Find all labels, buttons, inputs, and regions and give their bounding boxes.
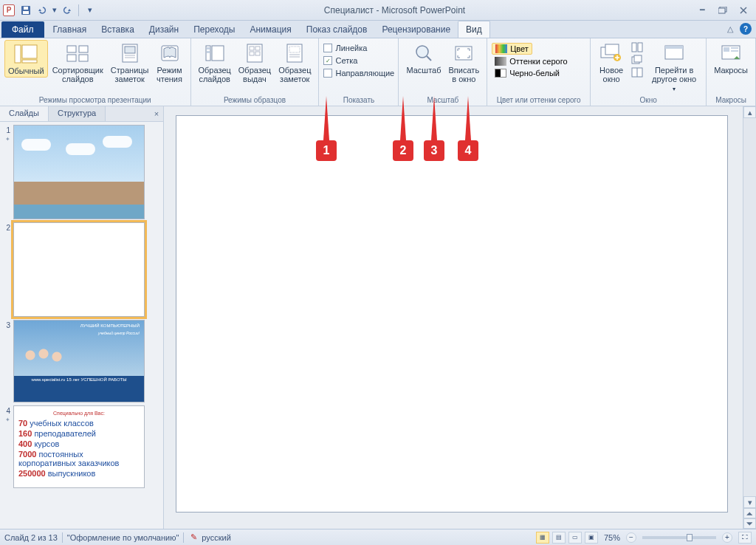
scroll-up-button[interactable]: ▴ (743, 106, 756, 118)
tab-view[interactable]: Вид (458, 21, 490, 38)
normal-view-button[interactable]: Обычный (4, 40, 48, 78)
callout-4: 4 (458, 140, 478, 161)
work-area: Слайды Структура × 1✦ Центр Компьютерног… (0, 106, 756, 529)
scroll-down-button[interactable]: ▾ (743, 496, 756, 508)
group-macros: Макросы Макросы (707, 38, 756, 106)
cascade-button[interactable] (630, 54, 644, 66)
new-window-button[interactable]: Новое окно (595, 40, 628, 85)
tab-design[interactable]: Дизайн (142, 21, 186, 38)
panel-close-icon[interactable]: × (150, 109, 163, 118)
group-show: Линейка ✓ Сетка Направляющие Показать (319, 38, 399, 106)
blackwhite-button[interactable]: Черно-белый (492, 68, 563, 78)
group-label-window: Окно (595, 95, 701, 106)
reading-view-button[interactable]: Режим чтения (154, 40, 186, 85)
undo-icon[interactable] (35, 4, 49, 17)
ruler-checkbox[interactable]: Линейка (323, 43, 367, 53)
handout-master-label: Образец выдач (238, 66, 271, 83)
ribbon-collapse-icon[interactable]: △ (725, 24, 735, 34)
qat-dropdown-icon[interactable]: ▾ (52, 4, 58, 17)
svg-rect-34 (605, 44, 619, 55)
quick-access-toolbar: ▾ ▾ (19, 4, 97, 17)
tab-slideshow[interactable]: Показ слайдов (299, 21, 375, 38)
grid-label: Сетка (335, 56, 357, 65)
tab-review[interactable]: Рецензирование (374, 21, 458, 38)
grayscale-button[interactable]: Оттенки серого (492, 56, 570, 66)
tab-insert[interactable]: Вставка (94, 21, 142, 38)
status-reading-view[interactable]: ▭ (568, 532, 582, 544)
zoom-label: Масштаб (406, 66, 441, 75)
grid-checkbox-box: ✓ (323, 56, 332, 65)
svg-rect-9 (79, 46, 88, 52)
status-slideshow-view[interactable]: ▣ (585, 532, 598, 544)
tab-outline[interactable]: Структура (49, 106, 106, 121)
callout-3: 3 (424, 140, 444, 161)
file-tab[interactable]: Файл (1, 21, 44, 38)
slide-thumb-3[interactable]: 3 ЛУЧШИЙ КОМПЬЮТЕРНЫЙучебный центр Росси… (1, 320, 162, 402)
guides-checkbox[interactable]: Направляющие (323, 68, 394, 78)
tab-transitions[interactable]: Переходы (186, 21, 242, 38)
group-window: Новое окно Перейти в другое окно ▾ Окно (591, 38, 707, 106)
slide-thumb-4[interactable]: 4✦ Специально для Вас: 70 учебных классо… (1, 405, 162, 488)
grid-checkbox[interactable]: ✓ Сетка (323, 55, 357, 66)
close-button[interactable] (734, 4, 753, 17)
slides-panel: Слайды Структура × 1✦ Центр Компьютерног… (0, 106, 164, 529)
tab-home[interactable]: Главная (46, 21, 94, 38)
fit-to-window-status[interactable]: ⛶ (738, 532, 752, 544)
svg-rect-43 (665, 46, 683, 49)
macros-button[interactable]: Макросы (711, 40, 751, 76)
status-sorter-view[interactable]: ▤ (552, 532, 566, 544)
notes-page-button[interactable]: Страницы заметок (108, 40, 152, 85)
prev-slide-button[interactable]: ⏶ (743, 508, 756, 518)
vertical-scrollbar[interactable]: ▴ ▾ ⏶ ⏷ (743, 106, 756, 529)
fit-window-icon (452, 41, 475, 65)
status-normal-view[interactable]: ▦ (536, 532, 549, 544)
slide-canvas[interactable] (176, 115, 728, 513)
slide-sorter-button[interactable]: Сортировщик слайдов (49, 40, 106, 85)
language-label[interactable]: русский (202, 533, 230, 542)
group-presentation-views: Обычный Сортировщик слайдов Страницы зам… (0, 38, 191, 106)
fit-window-button[interactable]: Вписать в окно (446, 40, 483, 85)
zoom-in-button[interactable]: + (722, 532, 732, 543)
notes-page-icon (118, 41, 142, 65)
slide-sorter-label: Сортировщик слайдов (52, 66, 103, 83)
redo-icon[interactable] (61, 4, 74, 17)
move-split-button[interactable] (630, 66, 644, 78)
switch-window-button[interactable]: Перейти в другое окно ▾ (647, 40, 701, 95)
arrange-all-button[interactable] (630, 41, 644, 53)
save-icon[interactable] (19, 4, 32, 17)
help-icon[interactable]: ? (740, 23, 752, 35)
grayscale-swatch-icon (495, 57, 506, 66)
svg-rect-37 (638, 43, 642, 52)
switch-window-label: Перейти в другое окно ▾ (650, 66, 698, 94)
handout-master-button[interactable]: Образец выдач (236, 40, 274, 85)
svg-rect-1 (23, 11, 29, 14)
thumbnails-list[interactable]: 1✦ Центр Компьютерного Обучения«Специали… (0, 122, 163, 529)
slide-thumb-1[interactable]: 1✦ Центр Компьютерного Обучения«Специали… (1, 125, 162, 219)
slide-master-button[interactable]: Образец слайдов (196, 40, 234, 85)
ribbon-tabs: Файл Главная Вставка Дизайн Переходы Ани… (0, 21, 756, 38)
group-label-masters: Режимы образцов (196, 95, 315, 106)
svg-rect-13 (125, 47, 135, 53)
window-controls: ━ (693, 4, 753, 17)
slide-thumb-2[interactable]: 2 (1, 222, 162, 317)
ruler-label: Линейка (335, 44, 367, 52)
zoom-percent[interactable]: 75% (604, 533, 620, 542)
group-label-color: Цвет или оттенки серого (492, 95, 585, 106)
spellcheck-icon[interactable]: ✎ (188, 532, 199, 543)
next-slide-button[interactable]: ⏷ (743, 518, 756, 529)
zoom-button[interactable]: Масштаб (403, 40, 444, 76)
tab-slides[interactable]: Слайды (0, 106, 49, 121)
panel-tabs: Слайды Структура × (0, 106, 163, 122)
zoom-out-button[interactable]: − (626, 532, 636, 543)
help-area: △ ? (725, 23, 752, 35)
color-mode-button[interactable]: Цвет (492, 43, 532, 55)
qat-customize-icon[interactable]: ▾ (83, 4, 97, 17)
title-bar: P ▾ ▾ Специалист - Microsoft PowerPoint … (0, 0, 756, 21)
notes-master-button[interactable]: Образец заметок (275, 40, 314, 85)
zoom-slider-thumb[interactable] (687, 534, 693, 541)
zoom-slider[interactable] (642, 536, 716, 539)
slide-master-label: Образец слайдов (199, 66, 231, 83)
tab-animations[interactable]: Анимация (242, 21, 298, 38)
restore-button[interactable] (713, 4, 732, 17)
minimize-button[interactable]: ━ (693, 4, 712, 17)
